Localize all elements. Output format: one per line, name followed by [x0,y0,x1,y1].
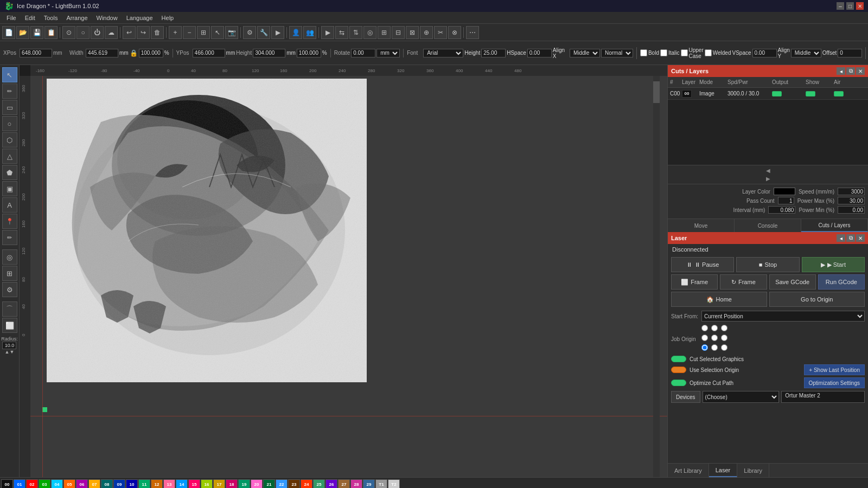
menu-edit[interactable]: Edit [21,14,40,22]
xpos-input[interactable] [20,49,52,57]
color-chip-01[interactable]: 01 [14,479,25,489]
distribute-button[interactable]: ⊠ [406,26,419,39]
laser-expand-btn[interactable]: ◂ [837,234,845,242]
close-button[interactable]: ✕ [856,2,864,10]
scroll-v-thumb[interactable] [653,81,660,103]
origin-tr[interactable] [721,325,727,331]
power-min-input[interactable] [838,206,865,214]
menu-file[interactable]: File [2,14,21,22]
choose-select[interactable]: (Choose) [703,391,780,403]
open-button[interactable]: 📂 [16,26,29,39]
tab-laser[interactable]: Laser [709,464,738,477]
curve-tool[interactable]: ⌒ [2,301,17,317]
origin-br[interactable] [721,344,727,351]
save-gcode-button[interactable]: Save GCode [769,274,816,290]
text-tool[interactable]: A [2,197,17,213]
color-chip-T2[interactable]: T2 [388,479,400,489]
speed-input[interactable] [838,188,865,195]
maximize-button[interactable]: □ [846,2,854,10]
menu-help[interactable]: Help [157,14,178,22]
w-pct-input[interactable] [139,49,163,57]
person-button[interactable]: 👤 [289,26,302,39]
cuts-expand-btn[interactable]: ◂ [837,67,845,75]
start-button[interactable]: ▶ ▶ Start [802,257,865,272]
align-y-select[interactable]: Middle [791,49,821,57]
grid-button[interactable]: ⊞ [378,26,391,39]
italic-checkbox[interactable] [660,49,667,56]
origin-bl[interactable] [701,344,708,351]
color-chip-14[interactable]: 14 [176,479,188,489]
grid2-tool[interactable]: ⊞ [2,266,17,281]
color-chip-13[interactable]: 13 [163,479,175,489]
unit-select[interactable]: mmin [376,49,400,57]
color-chip-12[interactable]: 12 [151,479,163,489]
weld-button[interactable]: ⊕ [420,26,433,39]
menu-window[interactable]: Window [92,14,122,22]
color-chip-00[interactable]: 00 [1,479,13,489]
tab-console[interactable]: Console [735,219,801,232]
cuts-row-c00[interactable]: C00 00 Image 3000.0 / 30.0 [668,88,868,100]
redo-button[interactable]: ↪ [137,26,150,39]
color-chip-05[interactable]: 05 [63,479,75,489]
power-max-input[interactable] [838,197,865,204]
scroll-v[interactable] [653,76,660,477]
menu-arrange[interactable]: Arrange [62,14,92,22]
ypos-input[interactable] [193,49,225,57]
star-tool[interactable]: ⬟ [2,165,17,180]
circle2-button[interactable]: ○ [76,26,90,39]
row-c00-output[interactable] [772,91,782,97]
bold-checkbox[interactable] [640,49,647,56]
menu-language[interactable]: Language [122,14,157,22]
uppercase-checkbox[interactable] [681,49,688,56]
minimize-button[interactable]: – [837,2,844,10]
optimize-cut-toggle[interactable] [671,380,686,386]
row-c00-air[interactable] [834,91,844,97]
settings-button[interactable]: ⚙ [243,26,256,39]
use-selection-toggle[interactable] [671,367,686,373]
color-chip-04[interactable]: 04 [51,479,63,489]
canvas-content[interactable] [30,76,667,477]
draw-tool[interactable]: ✏ [2,84,17,99]
interval-input[interactable] [768,206,795,214]
color-chip-28[interactable]: 28 [350,479,362,489]
color-chip-08[interactable]: 08 [101,479,113,489]
hspace-input[interactable] [527,49,552,57]
radius-stepper[interactable]: ▲▼ [1,349,18,355]
color-chip-21[interactable]: 21 [263,479,275,489]
tab-art-library[interactable]: Art Library [668,464,709,477]
canvas-area[interactable]: -160 -120 -80 -40 0 40 80 120 160 200 24… [20,65,667,477]
hexagon-tool[interactable]: ⬡ [2,132,17,147]
pin-tool[interactable]: 📍 [2,214,17,229]
triangle-tool[interactable]: △ [2,149,17,164]
laser-close-btn[interactable]: ✕ [856,234,865,242]
align-x-select[interactable]: Middle [570,49,600,57]
color-chip-20[interactable]: 20 [251,479,263,489]
expand-down-arrow[interactable]: ▶ [765,175,771,183]
color-chip-29[interactable]: 29 [363,479,375,489]
height-input[interactable] [253,49,285,57]
node-button[interactable]: ⊞ [197,26,210,39]
boolean-button[interactable]: ⊗ [448,26,461,39]
origin-ml[interactable] [701,335,708,341]
circle-tool[interactable]: ○ [2,116,17,131]
cuts-close-btn[interactable]: ✕ [856,67,865,75]
show-last-position-button[interactable]: + Show Last Position [804,364,865,375]
lock-icon[interactable]: 🔒 [130,49,138,57]
circle-button[interactable]: ⊙ [62,26,75,39]
menu-tools[interactable]: Tools [40,14,62,22]
normal-select[interactable]: Normal [601,49,633,57]
tab-move[interactable]: Move [668,219,735,232]
laser-float-btn[interactable]: ⧉ [846,234,855,242]
offset-input[interactable] [838,49,862,57]
select-tool[interactable]: ↖ [2,67,17,82]
color-chip-26[interactable]: 26 [326,479,337,489]
align-button[interactable]: ⊟ [392,26,405,39]
subtract-button[interactable]: − [183,26,196,39]
origin-bc[interactable] [711,344,718,351]
h-pct-input[interactable] [297,49,321,57]
add-button[interactable]: + [169,26,182,39]
height-mm-input[interactable] [481,49,506,57]
tab-cuts-layers[interactable]: Cuts / Layers [801,219,868,232]
devices-button[interactable]: Devices [671,391,700,403]
power-button[interactable]: ⏻ [91,26,104,39]
